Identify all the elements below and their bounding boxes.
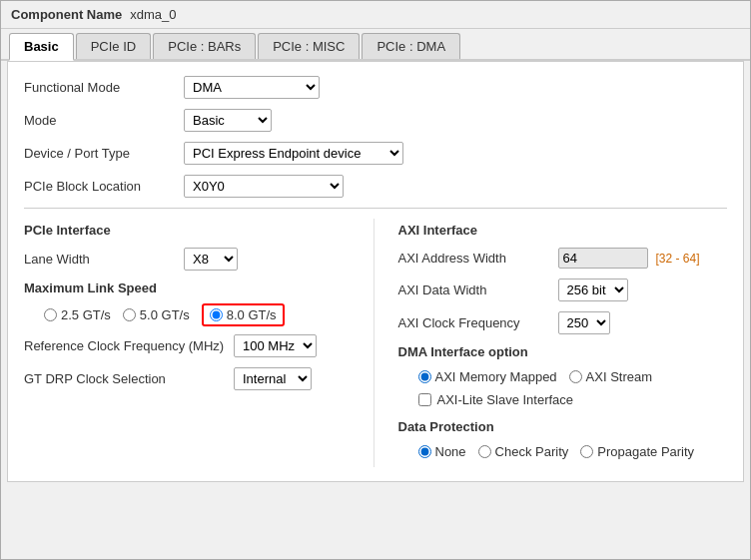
speed-8-0-radio[interactable] [210,308,223,321]
dma-interface-section: DMA Interface option AXI Memory Mapped A… [398,344,728,407]
pcie-block-location-row: PCIe Block Location X0Y0 X0Y1 X1Y0 [24,175,727,198]
propagate-parity-label: Propagate Parity [597,444,694,459]
data-protection-section: Data Protection None Check Parity Pr [398,419,728,459]
axi-clock-frequency-row: AXI Clock Frequency 125 250 500 [398,311,728,334]
speed-5-0-radio[interactable] [123,308,136,321]
tab-bar: Basic PCIe ID PCIe : BARs PCIe : MISC PC… [1,29,750,61]
tab-pcie-dma[interactable]: PCIe : DMA [362,33,460,59]
axi-data-width-select[interactable]: 64 bit 128 bit 256 bit 512 bit [558,279,628,301]
none-radio[interactable] [418,445,431,458]
link-speed-radio-group: 2.5 GT/s 5.0 GT/s 8.0 GT/s [44,303,354,326]
axi-interface-col: AXI Interface AXI Address Width [32 - 64… [375,219,728,467]
lane-width-row: Lane Width X1 X2 X4 X8 X16 [24,248,354,271]
axi-address-width-label: AXI Address Width [398,251,558,266]
tab-pcie-id[interactable]: PCIe ID [76,33,152,59]
axi-address-range-hint: [32 - 64] [656,252,700,266]
check-parity-label: Check Parity [495,444,569,459]
mode-label: Mode [24,113,184,128]
title-bar: Component Name xdma_0 [1,1,750,29]
pcie-interface-title: PCIe Interface [24,223,354,238]
axi-memory-mapped-label: AXI Memory Mapped [435,369,557,384]
speed-5-0-label: 5.0 GT/s [140,307,190,322]
mode-row: Mode Basic Advanced [24,109,727,132]
axi-memory-mapped-radio[interactable] [418,370,431,383]
axi-address-width-row: AXI Address Width [32 - 64] [398,248,728,269]
axi-lite-slave-checkbox[interactable] [418,393,431,406]
axi-stream-option[interactable]: AXI Stream [569,369,652,384]
mode-select[interactable]: Basic Advanced [184,109,272,132]
tab-pcie-misc[interactable]: PCIe : MISC [258,33,360,59]
axi-stream-radio[interactable] [569,370,582,383]
tab-pcie-bars[interactable]: PCIe : BARs [153,33,256,59]
ref-clock-select[interactable]: 100 MHz 250 MHz [234,334,317,357]
none-option[interactable]: None [418,444,466,459]
speed-8-0-highlighted[interactable]: 8.0 GT/s [202,303,285,326]
gt-drp-clock-label: GT DRP Clock Selection [24,371,234,386]
dma-interface-title: DMA Interface option [398,344,728,359]
ref-clock-label: Reference Clock Frequency (MHz) [24,338,234,353]
speed-2-5-label: 2.5 GT/s [61,307,111,322]
propagate-parity-option[interactable]: Propagate Parity [580,444,694,459]
data-protection-radio-group: None Check Parity Propagate Parity [418,444,728,459]
device-port-type-select[interactable]: PCI Express Endpoint device PCI Express … [184,142,403,165]
axi-clock-frequency-label: AXI Clock Frequency [398,315,558,330]
ref-clock-row: Reference Clock Frequency (MHz) 100 MHz … [24,334,354,357]
pcie-block-location-label: PCIe Block Location [24,179,184,194]
max-link-speed-title: Maximum Link Speed [24,280,354,295]
tab-basic[interactable]: Basic [9,33,74,61]
pcie-block-location-select[interactable]: X0Y0 X0Y1 X1Y0 [184,175,344,198]
none-label: None [435,444,466,459]
axi-memory-mapped-option[interactable]: AXI Memory Mapped [418,369,557,384]
component-name-value: xdma_0 [130,7,176,22]
functional-mode-select[interactable]: DMA AXI Bridge Master AXI Slave Bridge [184,76,320,99]
propagate-parity-radio[interactable] [580,445,593,458]
tab-content: Functional Mode DMA AXI Bridge Master AX… [7,61,744,482]
lane-width-label: Lane Width [24,252,184,267]
axi-data-width-row: AXI Data Width 64 bit 128 bit 256 bit 51… [398,279,728,301]
gt-drp-clock-select[interactable]: Internal External [234,367,312,390]
speed-5-0-option[interactable]: 5.0 GT/s [123,307,190,322]
device-port-type-label: Device / Port Type [24,146,184,161]
lane-width-select[interactable]: X1 X2 X4 X8 X16 [184,248,238,271]
check-parity-radio[interactable] [478,445,491,458]
functional-mode-label: Functional Mode [24,80,184,95]
data-protection-title: Data Protection [398,419,728,434]
axi-lite-slave-row: AXI-Lite Slave Interface [418,392,728,407]
device-port-type-row: Device / Port Type PCI Express Endpoint … [24,142,727,165]
axi-stream-label: AXI Stream [586,369,652,384]
functional-mode-row: Functional Mode DMA AXI Bridge Master AX… [24,76,727,99]
gt-drp-clock-row: GT DRP Clock Selection Internal External [24,367,354,390]
axi-address-width-input[interactable] [558,248,648,269]
main-window: Component Name xdma_0 Basic PCIe ID PCIe… [0,0,751,560]
component-name-label: Component Name [11,7,122,22]
dma-mode-radio-group: AXI Memory Mapped AXI Stream [418,369,728,384]
two-col-layout: PCIe Interface Lane Width X1 X2 X4 X8 X1… [24,219,727,467]
axi-lite-slave-label: AXI-Lite Slave Interface [437,392,574,407]
axi-data-width-label: AXI Data Width [398,282,558,297]
check-parity-option[interactable]: Check Parity [478,444,569,459]
axi-clock-frequency-select[interactable]: 125 250 500 [558,311,610,334]
speed-8-0-label: 8.0 GT/s [227,307,277,322]
speed-2-5-option[interactable]: 2.5 GT/s [44,307,111,322]
pcie-interface-col: PCIe Interface Lane Width X1 X2 X4 X8 X1… [24,219,375,467]
speed-2-5-radio[interactable] [44,308,57,321]
axi-interface-title: AXI Interface [398,223,728,238]
